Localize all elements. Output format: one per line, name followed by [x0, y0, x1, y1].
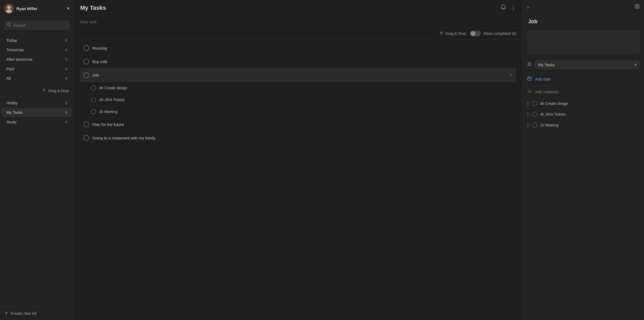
drag-handle[interactable]	[527, 102, 529, 106]
subtask-checkbox-create-design[interactable]	[91, 85, 96, 91]
filter-drag-drop-label: Drag & Drop	[446, 31, 466, 36]
filter-drag-drop[interactable]: Drag & Drop	[439, 31, 466, 36]
filter-bars-icon	[439, 31, 443, 36]
filter-bar: Drag & Drop Show completed (0)	[74, 28, 523, 39]
header-icons: ⋮	[500, 4, 516, 11]
panel-subtask-label-meeting: 1h Meeting	[540, 123, 558, 127]
search-icon	[7, 22, 11, 28]
panel-subtask-checkbox-create-design[interactable]	[532, 101, 537, 106]
panel-subtask-checkbox-meeting[interactable]	[532, 123, 537, 128]
panel-subtask-label-create-design: 4h Create design	[540, 101, 568, 106]
svg-point-1	[7, 6, 11, 9]
expand-icon-job[interactable]	[508, 72, 513, 78]
subtask-item-create-design[interactable]: 4h Create design	[80, 82, 516, 94]
tasks-list: Running Buy milk Job 4h Create design 3h	[74, 39, 523, 320]
sidebar-item-study[interactable]: Study 0	[2, 117, 72, 126]
task-checkbox-restaurant[interactable]	[83, 135, 89, 141]
panel-subtask-label-jira-tickets: 3h JIRA Tickets	[540, 112, 565, 116]
more-options-icon[interactable]: ⋮	[510, 4, 516, 11]
panel-description[interactable]	[527, 30, 640, 54]
panel-subtask-item-meeting[interactable]: 1h Meeting	[527, 120, 640, 131]
create-list-label: Create new list	[11, 311, 37, 316]
task-label-plan-future: Plan for the future	[92, 122, 513, 127]
avatar	[4, 4, 14, 13]
subtask-label-jira-tickets: 3h JIRA Tickets	[99, 98, 125, 102]
main-header: My Tasks ⋮	[74, 0, 523, 16]
nav-items: Today 0 Tomorrow 0 After tomorrow 0 Past…	[0, 33, 74, 86]
create-new-list-button[interactable]: + Create new list	[0, 306, 74, 320]
task-label-running: Running	[92, 46, 513, 50]
panel-list-selector[interactable]: My Tasks ▾	[535, 60, 640, 69]
panel-subtasks-row: Add subtasks	[523, 86, 644, 98]
subtask-label-create-design: 4h Create design	[99, 86, 127, 90]
add-subtasks-label[interactable]: Add subtasks	[535, 90, 559, 94]
main-content: My Tasks ⋮ Drag & Drop	[74, 0, 523, 320]
list-icon	[527, 62, 532, 68]
task-label-restaurant: Going to a restaurant with my family	[92, 136, 513, 140]
user-name: Ryan Miller	[16, 6, 64, 11]
subtask-label-meeting: 1h Meeting	[99, 110, 117, 114]
panel-subtask-item-create-design[interactable]: 4h Create design	[527, 98, 640, 109]
task-item-running[interactable]: Running	[80, 41, 516, 55]
lists-section: Hobby 0 My Tasks 8 Study 0	[0, 96, 74, 306]
right-panel-header: ›	[523, 0, 644, 14]
show-completed-section: Show completed (0)	[470, 31, 516, 36]
show-completed-label: Show completed (0)	[483, 31, 516, 36]
svg-rect-17	[528, 64, 531, 64]
svg-rect-19	[528, 77, 531, 80]
sidebar: Ryan Miller ▾ Today 0 Tomorrow 0 After t…	[0, 0, 74, 320]
panel-delete-icon[interactable]	[634, 4, 640, 10]
new-task-input[interactable]	[80, 20, 516, 24]
task-label-job: Job	[92, 73, 505, 77]
search-box[interactable]	[4, 20, 70, 30]
sidebar-item-after-tomorrow[interactable]: After tomorrow 0	[2, 55, 72, 64]
add-date-button[interactable]: Add date	[535, 77, 551, 81]
sidebar-item-my-tasks[interactable]: My Tasks 8	[2, 108, 72, 117]
panel-subtask-item-jira-tickets[interactable]: 3h JIRA Tickets	[527, 109, 640, 120]
subtask-item-jira-tickets[interactable]: 3h JIRA Tickets	[80, 94, 516, 106]
task-item-plan-future[interactable]: Plan for the future	[80, 118, 516, 131]
subtask-item-meeting[interactable]: 1h Meeting	[80, 106, 516, 118]
svg-rect-11	[635, 5, 639, 8]
panel-subtask-checkbox-jira-tickets[interactable]	[532, 112, 537, 117]
drag-handle[interactable]	[527, 112, 529, 116]
drag-drop-label: Drag & Drop	[48, 89, 69, 93]
calendar-icon	[527, 76, 532, 82]
task-checkbox-running[interactable]	[83, 45, 89, 51]
sidebar-item-all[interactable]: All 8	[2, 74, 72, 83]
panel-list-row: My Tasks ▾	[523, 57, 644, 73]
sidebar-item-past[interactable]: Past 0	[2, 64, 72, 73]
user-header: Ryan Miller ▾	[0, 0, 74, 17]
panel-subtasks-list: 4h Create design 3h JIRA Tickets 1h Meet…	[523, 98, 644, 131]
panel-date-row: Add date	[523, 73, 644, 86]
chevron-down-icon: ▾	[634, 62, 637, 67]
sidebar-item-today[interactable]: Today 0	[2, 36, 72, 45]
task-checkbox-plan-future[interactable]	[83, 121, 89, 127]
task-checkbox-buy-milk[interactable]	[83, 59, 89, 64]
subtask-checkbox-jira-tickets[interactable]	[91, 97, 96, 102]
sidebar-drag-drop[interactable]: Drag & Drop	[0, 86, 74, 96]
panel-expand-icon[interactable]: ›	[527, 4, 529, 10]
sidebar-item-hobby[interactable]: Hobby 0	[2, 98, 72, 107]
chevron-down-icon[interactable]: ▾	[67, 6, 69, 11]
task-item-job[interactable]: Job	[80, 68, 516, 82]
search-input[interactable]	[13, 23, 67, 27]
sidebar-item-tomorrow[interactable]: Tomorrow 0	[2, 45, 72, 54]
svg-line-4	[10, 25, 11, 26]
new-task-bar[interactable]	[74, 16, 523, 28]
panel-list-name: My Tasks	[538, 63, 555, 67]
panel-task-title[interactable]: Job	[523, 14, 644, 27]
search-container	[0, 17, 74, 33]
subtask-arrow-icon	[527, 89, 532, 95]
page-title: My Tasks	[80, 4, 500, 11]
show-completed-toggle[interactable]	[470, 31, 481, 36]
subtask-checkbox-meeting[interactable]	[91, 109, 96, 114]
task-checkbox-job[interactable]	[83, 72, 89, 78]
svg-rect-18	[528, 65, 531, 66]
task-item-restaurant[interactable]: Going to a restaurant with my family	[80, 131, 516, 145]
bell-icon[interactable]	[500, 4, 506, 11]
task-label-buy-milk: Buy milk	[92, 59, 513, 64]
task-item-buy-milk[interactable]: Buy milk	[80, 55, 516, 68]
drag-handle[interactable]	[527, 123, 529, 127]
filter-icon	[42, 88, 46, 93]
